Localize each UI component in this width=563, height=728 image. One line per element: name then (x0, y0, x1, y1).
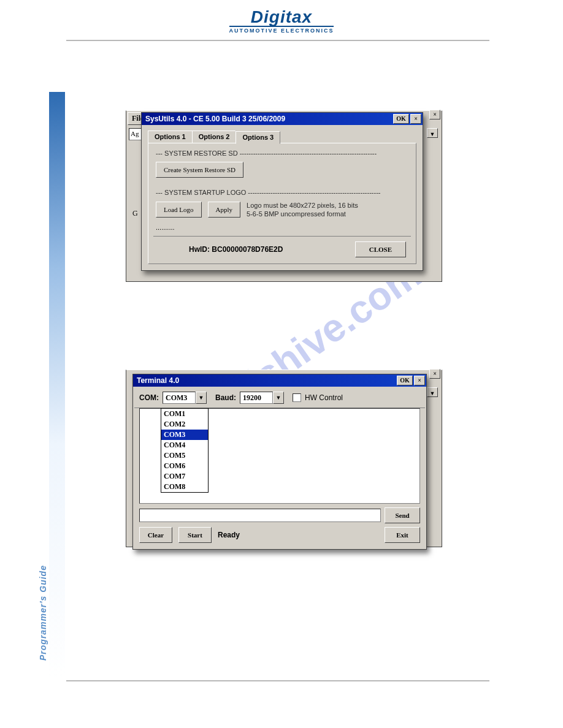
send-button[interactable]: Send (385, 507, 420, 523)
page-sidebar: Programmer's Guide (49, 92, 65, 679)
chevron-down-icon[interactable] (273, 392, 284, 404)
logo-hint-line1: Logo must be 480x272 pixels, 16 bits (247, 202, 358, 209)
brand-subtitle: AUTOMOTIVE ELECTRONICS (229, 26, 334, 34)
close-icon[interactable]: × (410, 114, 421, 124)
close-button[interactable]: CLOSE (355, 241, 406, 257)
com-option[interactable]: COM8 (161, 482, 208, 492)
apply-button[interactable]: Apply (208, 202, 241, 218)
start-button[interactable]: Start (178, 527, 212, 543)
com-option[interactable]: COM7 (161, 471, 208, 482)
terminal-window: Terminal 4.0 OK × COM: COM3 Baud: 19200 … (132, 374, 427, 550)
com-label: COM: (139, 393, 159, 402)
ok-button[interactable]: OK (397, 376, 413, 385)
sidebar-caption: Programmer's Guide (38, 565, 48, 661)
close-icon[interactable]: × (429, 369, 440, 379)
clear-button[interactable]: Clear (139, 527, 172, 543)
terminal-textarea[interactable]: COM1 COM2 COM3 COM4 COM5 COM6 COM7 COM8 (139, 408, 420, 504)
com-option[interactable]: COM1 (161, 409, 208, 419)
tab-options-1[interactable]: Options 1 (148, 131, 193, 143)
dots-placeholder: .......... (156, 224, 408, 231)
page: Digitax AUTOMOTIVE ELECTRONICS Programme… (0, 0, 563, 728)
load-logo-button[interactable]: Load Logo (156, 202, 202, 218)
window-title: Terminal 4.0 (137, 376, 179, 385)
com-option[interactable]: COM6 (161, 461, 208, 471)
tab-options-3[interactable]: Options 3 (236, 131, 280, 144)
com-dropdown-list[interactable]: COM1 COM2 COM3 COM4 COM5 COM6 COM7 COM8 (161, 408, 209, 493)
bottom-row: Clear Start Ready Exit (139, 527, 420, 543)
baud-combo[interactable]: 19200 (240, 392, 284, 404)
chevron-down-icon[interactable] (427, 128, 438, 138)
logo-row: Load Logo Apply Logo must be 480x272 pix… (156, 201, 408, 219)
chevron-down-icon[interactable] (196, 392, 207, 404)
com-option[interactable]: COM4 (161, 440, 208, 450)
page-header: Digitax AUTOMOTIVE ELECTRONICS (0, 0, 563, 39)
hw-control-label: HW Control (305, 393, 343, 402)
logo-hint: Logo must be 480x272 pixels, 16 bits 5-6… (247, 201, 358, 219)
com-combo[interactable]: COM3 (163, 392, 207, 404)
brand-logo: Digitax AUTOMOTIVE ELECTRONICS (229, 9, 334, 34)
titlebar[interactable]: SysUtils 4.0 - CE 5.00 Build 3 25/06/200… (142, 113, 423, 125)
header-divider (66, 40, 489, 41)
status-label: Ready (218, 531, 240, 539)
footer-divider (66, 680, 489, 681)
section-restore-label: --- SYSTEM RESTORE SD ------------------… (156, 150, 408, 157)
hw-control-checkbox[interactable] (293, 393, 301, 402)
chevron-down-icon[interactable] (427, 387, 438, 397)
titlebar[interactable]: Terminal 4.0 OK × (133, 374, 426, 387)
tab-options-2[interactable]: Options 2 (192, 131, 237, 143)
settings-row: COM: COM3 Baud: 19200 HW Control (134, 388, 425, 408)
hwid-label: HwID: BC00000078D76E2D (189, 245, 283, 254)
create-restore-button[interactable]: Create System Restore SD (156, 162, 243, 178)
tab-panel: --- SYSTEM RESTORE SD ------------------… (148, 143, 416, 264)
close-icon[interactable]: × (429, 110, 440, 119)
client-area: COM: COM3 Baud: 19200 HW Control COM1 CO… (133, 387, 426, 549)
send-input[interactable] (139, 509, 381, 522)
ok-button[interactable]: OK (393, 114, 409, 124)
titlebar-buttons: OK × (393, 114, 421, 124)
stray-char: G (132, 209, 138, 218)
cropped-text: Ag (129, 128, 142, 140)
com-option[interactable]: COM2 (161, 419, 208, 430)
logo-hint-line2: 5-6-5 BMP uncompressed format (247, 210, 346, 218)
baud-label: Baud: (215, 393, 236, 402)
brand-name: Digitax (251, 7, 312, 26)
com-option[interactable]: COM3 (161, 430, 208, 440)
sysutils-window: SysUtils 4.0 - CE 5.00 Build 3 25/06/200… (141, 112, 423, 271)
section-logo-label: --- SYSTEM STARTUP LOGO ----------------… (156, 189, 408, 196)
close-icon[interactable]: × (414, 376, 425, 385)
client-area: Options 1 Options 2 Options 3 --- SYSTEM… (142, 125, 423, 270)
com-option[interactable]: COM5 (161, 450, 208, 461)
titlebar-buttons: OK × (397, 376, 425, 385)
send-row: Send (139, 507, 420, 523)
com-value[interactable]: COM3 (163, 392, 196, 404)
window-title: SysUtils 4.0 - CE 5.00 Build 3 25/06/200… (145, 115, 285, 123)
exit-button[interactable]: Exit (385, 527, 420, 543)
tabstrip: Options 1 Options 2 Options 3 (148, 130, 421, 143)
footer-row: HwID: BC00000078D76E2D CLOSE (153, 236, 411, 260)
baud-value[interactable]: 19200 (240, 392, 273, 404)
